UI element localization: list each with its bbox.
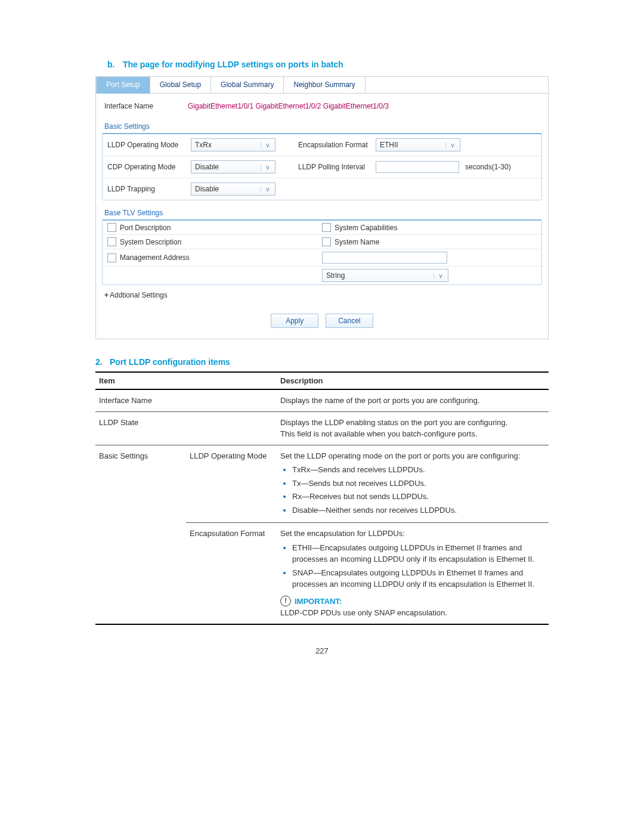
additional-settings-toggle[interactable]: +Addtional Settings [102,285,542,305]
management-address-checkbox[interactable] [107,253,116,262]
subitem-encapsulation-format: Encapsulation Format [186,523,277,624]
page-number: 227 [95,646,549,655]
lldp-trapping-label: LLDP Trapping [107,185,191,193]
system-name-checkbox[interactable] [322,237,331,246]
interface-name-value: GigabitEthernet1/0/1 GigabitEthernet1/0/… [188,102,389,110]
subitem-lldp-operating-mode: LLDP Operating Mode [186,445,277,523]
important-label: IMPORTANT: [295,596,342,608]
interface-name-label: Interface Name [104,102,188,110]
tab-neighbor-summary[interactable]: Neighbor Summary [284,76,365,93]
lldp-mode-select[interactable]: TxRx v [191,138,275,151]
encap-format-select[interactable]: ETHII v [376,138,460,151]
table-row: LLDP State Displays the LLDP enabling st… [95,411,549,445]
chevron-down-icon: v [261,164,273,171]
cancel-button[interactable]: Cancel [326,314,373,328]
basic-settings-box: LLDP Operating Mode TxRx v Encapsulation… [102,133,542,200]
base-tlv-title: Base TLV Settings [104,209,542,217]
encap-format-label: Encapsulation Format [298,141,376,149]
section-b-title: The page for modifying LLDP settings on … [123,60,343,69]
lldp-port-setup-panel: Port Setup Global Setup Global Summary N… [95,76,549,339]
poll-interval-label: LLDP Polling Interval [298,163,376,171]
tab-global-setup[interactable]: Global Setup [150,76,211,93]
port-description-checkbox[interactable] [107,223,116,232]
tab-bar: Port Setup Global Setup Global Summary N… [96,76,548,94]
section-2-num: 2. [95,357,107,367]
base-tlv-box: Port Description System Capabilities Sys… [102,219,542,285]
system-capabilities-label: System Capabilities [335,224,397,232]
section-2-title: Port LLDP configuration items [110,357,230,367]
config-items-table: Item Description Interface Name Displays… [95,371,549,625]
cdp-mode-select[interactable]: Disable v [191,160,275,174]
item-interface-name: Interface Name [95,389,277,411]
lldp-trapping-select[interactable]: Disable v [191,182,275,196]
table-head-description: Description [277,372,549,389]
desc-lldp-operating-mode: Set the LLDP operating mode on the port … [277,445,549,523]
table-row: Basic Settings LLDP Operating Mode Set t… [95,445,549,523]
important-icon: ! [280,596,291,606]
item-basic-settings: Basic Settings [95,445,186,624]
interface-name-row: Interface Name GigabitEthernet1/0/1 Giga… [102,98,542,114]
system-description-checkbox[interactable] [107,237,116,246]
section-b-heading: b. The page for modifying LLDP settings … [107,60,549,69]
chevron-down-icon: v [445,142,457,148]
tab-port-setup[interactable]: Port Setup [96,76,150,94]
poll-interval-input[interactable] [376,161,459,173]
item-lldp-state: LLDP State [95,411,277,445]
apply-button[interactable]: Apply [271,314,318,328]
basic-settings-title: Basic Settings [104,122,542,131]
management-address-type-select[interactable]: String v [322,269,448,282]
cdp-mode-label: CDP Operating Mode [107,163,191,171]
table-row: Interface Name Displays the name of the … [95,389,549,411]
chevron-down-icon: v [261,142,273,148]
system-name-label: System Name [335,238,379,246]
system-capabilities-checkbox[interactable] [322,223,331,232]
section-2-heading: 2. Port LLDP configuration items [95,357,549,367]
poll-interval-suffix: seconds(1-30) [465,163,513,171]
tab-global-summary[interactable]: Global Summary [211,76,284,93]
management-address-label: Management Address [120,253,190,262]
desc-lldp-state: Displays the LLDP enabling status on the… [277,411,549,445]
plus-icon: + [104,291,109,299]
chevron-down-icon: v [261,186,273,193]
table-head-item: Item [95,372,277,389]
system-description-label: System Description [120,238,181,246]
desc-interface-name: Displays the name of the port or ports y… [277,389,549,411]
desc-encapsulation-format: Set the encapsulation for LLDPDUs: ETHII… [277,523,549,624]
port-description-label: Port Description [120,224,171,232]
lldp-mode-label: LLDP Operating Mode [107,141,191,149]
management-address-input[interactable] [322,252,447,264]
section-b-num: b. [107,60,120,69]
chevron-down-icon: v [434,272,445,279]
